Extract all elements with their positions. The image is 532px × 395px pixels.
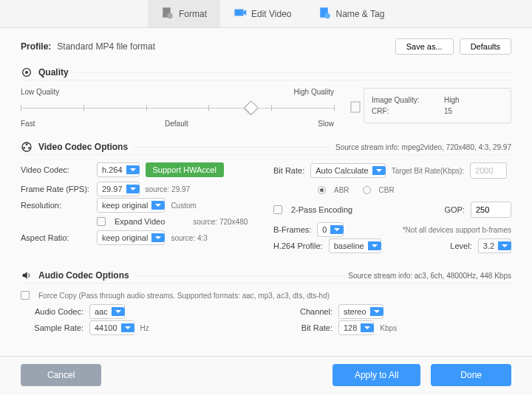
aspect-source: source: 4:3	[171, 234, 207, 242]
target-bitrate-input[interactable]	[470, 162, 507, 179]
quality-slider[interactable]	[21, 100, 334, 115]
image-quality-value: High	[444, 96, 460, 104]
crf-label: CRF:	[372, 107, 438, 115]
gear-icon	[21, 66, 33, 78]
film-reel-icon	[21, 141, 33, 153]
fps-select[interactable]: 29.97	[97, 185, 140, 193]
document-icon	[350, 101, 361, 114]
force-copy-checkbox[interactable]	[21, 291, 30, 300]
speaker-icon	[21, 269, 33, 281]
h264-profile-label: H.264 Profile:	[273, 241, 323, 250]
aspect-label: Aspect Ratio:	[21, 233, 91, 242]
format-icon	[161, 6, 174, 21]
image-quality-label: Image Quality:	[372, 96, 438, 104]
abr-radio[interactable]	[318, 186, 326, 194]
expand-video-label: Expand Video	[115, 217, 165, 226]
gop-label: GOP:	[444, 205, 465, 214]
slider-thumb[interactable]	[244, 100, 259, 115]
audio-codec-title: Audio Codec Options	[38, 270, 129, 281]
video-source-info: Source stream info: mpeg2video, 720x480,…	[335, 143, 511, 151]
defaults-button[interactable]: Defaults	[460, 38, 511, 55]
video-codec-label: Video Codec:	[21, 165, 91, 174]
chevron-down-icon	[361, 323, 374, 332]
audio-source-info: Source stream info: ac3, 6ch, 48000Hz, 4…	[348, 272, 511, 280]
resolution-select[interactable]: keep original	[97, 201, 165, 210]
quality-header: Quality	[21, 66, 511, 80]
crf-value: 15	[444, 107, 452, 115]
tabs-bar: Format Edit Video Name & Tag	[0, 0, 532, 28]
quality-title: Quality	[38, 67, 69, 78]
profile-label: Profile:	[21, 41, 51, 52]
level-select[interactable]: 3.2	[478, 241, 511, 250]
aspect-select[interactable]: keep original	[97, 233, 165, 242]
h264-profile-select[interactable]: baseline	[329, 241, 381, 250]
svg-rect-7	[351, 102, 360, 112]
fps-label: Frame Rate (FPS):	[21, 185, 91, 193]
chevron-down-icon	[372, 166, 386, 175]
fast-label: Fast	[21, 120, 35, 128]
low-quality-label: Low Quality	[21, 88, 59, 96]
tab-name-label: Name & Tag	[336, 9, 385, 19]
resolution-source: source: 720x480	[193, 218, 248, 226]
apply-to-all-button[interactable]: Apply to All	[332, 364, 420, 386]
svg-point-11	[28, 147, 30, 149]
audio-bitrate-select[interactable]: 128	[338, 323, 374, 332]
bitrate-unit: Kbps	[380, 324, 397, 332]
sample-rate-select[interactable]: 44100	[89, 323, 134, 332]
cbr-radio[interactable]	[363, 186, 371, 194]
expand-video-checkbox[interactable]	[97, 217, 106, 226]
chevron-down-icon	[330, 225, 344, 234]
tab-name-tag[interactable]: Name & Tag	[305, 0, 398, 27]
bframes-select[interactable]: 0	[317, 225, 344, 234]
svg-rect-2	[235, 10, 244, 16]
tab-format-label: Format	[179, 9, 207, 19]
fps-source: source: 29.97	[146, 185, 191, 193]
twopass-checkbox[interactable]	[273, 205, 282, 214]
channel-label: Channel:	[281, 307, 332, 316]
channel-select[interactable]: stereo	[338, 307, 383, 316]
chevron-down-icon	[121, 323, 134, 332]
audio-codec-header: Audio Codec Options Source stream info: …	[21, 269, 511, 284]
chevron-down-icon	[126, 165, 140, 174]
gop-input[interactable]	[471, 202, 511, 218]
bframes-label: B-Frames:	[273, 225, 311, 234]
audio-codec-select[interactable]: aac	[89, 307, 125, 316]
save-as-button[interactable]: Save as...	[395, 38, 454, 55]
svg-point-10	[23, 147, 25, 149]
chevron-down-icon	[151, 233, 165, 242]
chevron-down-icon	[112, 307, 125, 316]
custom-label: Custom	[171, 202, 196, 210]
svg-point-6	[25, 71, 28, 74]
sample-unit: Hz	[140, 324, 149, 332]
svg-point-1	[167, 13, 173, 19]
svg-point-4	[324, 13, 330, 19]
tab-edit-video[interactable]: Edit Video	[220, 0, 305, 27]
done-button[interactable]: Done	[431, 364, 511, 386]
sample-rate-label: Sample Rate:	[21, 323, 83, 332]
profile-value: Standard MP4 file format	[57, 41, 155, 52]
tab-edit-label: Edit Video	[251, 9, 292, 19]
chevron-down-icon	[368, 241, 381, 250]
edit-video-icon	[233, 6, 247, 21]
high-quality-label: High Quality	[294, 88, 334, 96]
video-codec-title: Video Codec Options	[38, 142, 128, 152]
video-codec-select[interactable]: h.264	[97, 165, 140, 174]
bframes-note: *Not all devices support b-frames	[403, 226, 511, 234]
target-bitrate-label: Target Bit Rate(Kbps):	[392, 167, 464, 175]
chevron-down-icon	[151, 201, 165, 210]
slow-label: Slow	[318, 120, 334, 128]
audio-bitrate-label: Bit Rate:	[281, 323, 332, 332]
force-copy-label: Force Copy (Pass through audio streams. …	[38, 292, 330, 300]
chevron-down-icon	[498, 241, 511, 250]
abr-label: ABR	[334, 186, 349, 194]
chevron-down-icon	[370, 307, 383, 316]
hwaccel-button[interactable]: Support HWAccel	[146, 162, 224, 177]
tab-format[interactable]: Format	[148, 0, 220, 27]
video-codec-header: Video Codec Options Source stream info: …	[21, 141, 511, 155]
level-label: Level:	[450, 241, 471, 250]
bitrate-select[interactable]: Auto Calculate	[310, 166, 386, 175]
cbr-label: CBR	[379, 186, 395, 194]
chevron-down-icon	[126, 185, 140, 193]
cancel-button[interactable]: Cancel	[21, 364, 101, 386]
svg-point-9	[26, 143, 28, 145]
